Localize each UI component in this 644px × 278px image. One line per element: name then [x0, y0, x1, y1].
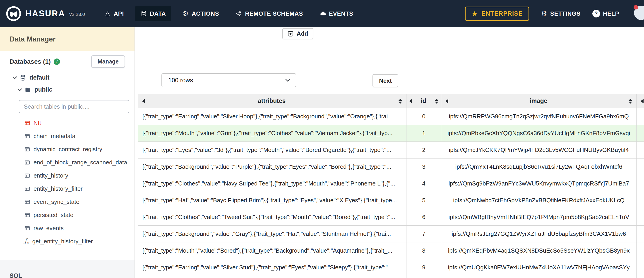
collapse-column-icon[interactable] [446, 99, 448, 103]
tree-node-public[interactable]: public [0, 86, 134, 93]
cell-image: ipfs://QmcJYkCKK7QPmYWjp4FD2e3Lv5WCGFuHN… [441, 142, 636, 159]
add-label: Add [297, 30, 308, 37]
table-row[interactable]: [{"trait_type":"Eyes","value":"3d"},{"tr… [138, 142, 644, 159]
cell-id: 6 [406, 209, 441, 226]
add-row-button[interactable]: Add [282, 28, 313, 39]
sidebar-table-dynamic_contract_registry[interactable]: dynamic_contract_registry [0, 143, 134, 156]
sidebar-table-entity_history[interactable]: entity_history [0, 169, 134, 182]
sidebar-table-entity_history_filter[interactable]: entity_history_filter [0, 182, 134, 195]
table-row[interactable]: [{"trait_type":"Earring","value":"Silver… [138, 259, 644, 276]
sidebar-table-chain_metadata[interactable]: chain_metadata [0, 129, 134, 143]
table-name: event_sync_state [34, 198, 79, 205]
cell-id: 8 [406, 242, 441, 259]
nav-events[interactable]: EVENTS [314, 6, 359, 21]
rows-table: attributes id [138, 94, 644, 278]
enterprise-button[interactable]: ★ ENTERPRISE [465, 7, 529, 21]
brand[interactable]: HASURA v2.23.0 [6, 6, 85, 21]
collapse-column-icon[interactable] [409, 99, 412, 103]
nav-api-label: API [114, 10, 124, 17]
table-icon [24, 212, 30, 218]
cell-attributes: [{"trait_type":"Mouth","value":"Bored"},… [138, 242, 406, 259]
cell-image: ipfs://QmSg9bPzW9anFYc3wWU5KnvymwkxQTpmq… [441, 175, 636, 192]
nav-api[interactable]: API [99, 6, 129, 21]
table-name: dynamic_contract_registry [34, 146, 102, 153]
column-header-id[interactable]: id [406, 94, 441, 108]
table-icon [24, 147, 30, 152]
column-label: id [414, 97, 434, 104]
user-avatar[interactable] [634, 6, 644, 20]
hasura-logo-icon [6, 6, 21, 21]
sidebar-table-Nft[interactable]: Nft [0, 116, 134, 129]
sidebar-table-event_sync_state[interactable]: event_sync_state [0, 195, 134, 208]
column-header-image[interactable]: image [441, 94, 636, 108]
manage-button[interactable]: Manage [91, 55, 125, 68]
databases-row: Databases (1) ✓ Manage [10, 55, 125, 68]
table-icon [24, 160, 30, 165]
browse-rows-panel: Add 100 rows Next attributes [135, 27, 644, 278]
cell-attributes: [{"trait_type":"Earring","value":"Silver… [138, 108, 406, 125]
flask-icon [104, 11, 111, 17]
sort-icon[interactable] [435, 99, 438, 104]
column-header-attributes[interactable]: attributes [138, 94, 406, 108]
tree-node-default[interactable]: default [0, 74, 134, 81]
table-row[interactable]: [{"trait_type":"Clothes","value":"Tweed … [138, 209, 644, 226]
cell-id: 7 [406, 226, 441, 242]
table-row-partial [138, 276, 644, 278]
table-row[interactable]: [{"trait_type":"Mouth","value":"Bored"},… [138, 242, 644, 259]
table-icon [24, 225, 30, 231]
gears-icon: ⚙ [182, 10, 189, 17]
table-row[interactable]: [{"trait_type":"Background","value":"Gra… [138, 226, 644, 242]
table-name: persisted_state [34, 212, 73, 219]
next-page-button[interactable]: Next [372, 74, 398, 87]
sidebar-table-get_entity_history_filter[interactable]: ƒxget_entity_history_filter [0, 235, 134, 248]
data-manager-header[interactable]: Data Manager [0, 27, 134, 51]
cell-extra [636, 108, 644, 125]
nav-data[interactable]: DATA [135, 6, 171, 21]
cell-extra [636, 242, 644, 259]
cell-extra [636, 226, 644, 242]
cell-id: 5 [406, 192, 441, 209]
cell-extra [636, 259, 644, 276]
collapse-column-icon[interactable] [640, 99, 644, 103]
top-navbar: HASURA v2.23.0 API DATA ⚙ ACTIONS [0, 0, 644, 27]
column-label: attributes [147, 97, 396, 104]
help-icon: ? [592, 10, 600, 18]
databases-label: Databases (1) [10, 58, 51, 65]
sidebar-spacer [0, 248, 134, 260]
sidebar-table-raw_events[interactable]: raw_events [0, 222, 134, 235]
function-icon: ƒx [24, 238, 29, 245]
table-row[interactable]: [{"trait_type":"Hat","value":"Bayc Flipp… [138, 192, 644, 209]
search-input[interactable] [19, 100, 129, 113]
cell-id: 0 [406, 108, 441, 125]
nav-settings[interactable]: ⚙ SETTINGS [541, 10, 580, 17]
table-row[interactable]: [{"trait_type":"Earring","value":"Silver… [138, 108, 644, 125]
table-header-row: attributes id [138, 94, 644, 108]
nav-actions[interactable]: ⚙ ACTIONS [177, 6, 224, 21]
rows-per-page-select[interactable]: 100 rows [162, 73, 296, 87]
sort-icon[interactable] [398, 99, 402, 104]
cell-id: 2 [406, 142, 441, 159]
schema-name: public [34, 86, 52, 93]
column-header-partial[interactable] [636, 94, 644, 108]
sidebar-table-persisted_state[interactable]: persisted_state [0, 208, 134, 222]
nav-remote-schemas[interactable]: REMOTE SCHEMAS [230, 6, 308, 21]
table-row[interactable]: [{"trait_type":"Mouth","value":"Grin"},{… [138, 125, 644, 142]
table-name: raw_events [34, 225, 64, 232]
table-icon [24, 133, 30, 139]
table-row[interactable]: [{"trait_type":"Clothes","value":"Navy S… [138, 175, 644, 192]
table-icon [24, 199, 30, 205]
sidebar-sql-section[interactable]: SQL [0, 260, 134, 278]
table-row[interactable]: [{"trait_type":"Background","value":"Pur… [138, 159, 644, 175]
table-name: get_entity_history_filter [32, 238, 93, 245]
cell-attributes: [{"trait_type":"Eyes","value":"3d"},{"tr… [138, 142, 406, 159]
cell-extra [636, 175, 644, 192]
table-name: chain_metadata [34, 133, 76, 140]
cell-extra [636, 125, 644, 142]
cell-image: ipfs://QmUQgKka8EW7exiUHnMwZ4UoXA11wV7NF… [441, 259, 636, 276]
nav-help[interactable]: ? HELP [592, 10, 619, 18]
table-name: entity_history [34, 172, 68, 179]
column-label: image [450, 97, 626, 104]
collapse-column-icon[interactable] [142, 99, 145, 103]
sort-icon[interactable] [628, 99, 632, 104]
sidebar-table-end_of_block_range_scanned_data[interactable]: end_of_block_range_scanned_data [0, 156, 134, 169]
